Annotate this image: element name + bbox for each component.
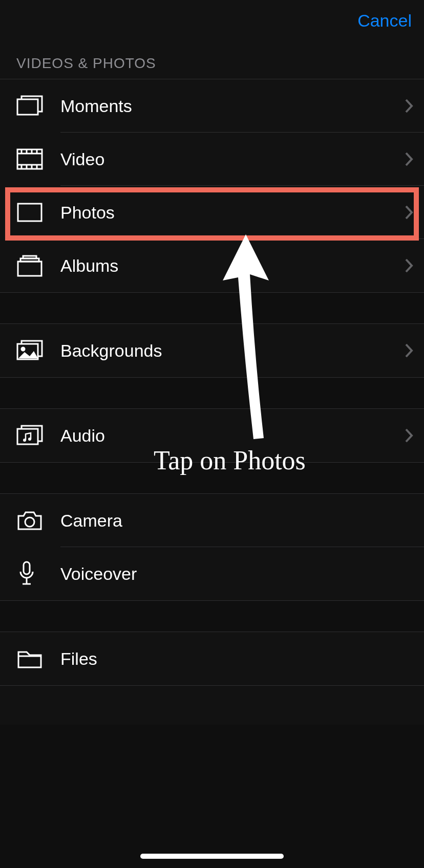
svg-rect-12	[18, 204, 41, 221]
cancel-button[interactable]: Cancel	[357, 11, 412, 31]
svg-rect-18	[17, 429, 38, 444]
camera-icon	[16, 510, 60, 531]
moments-icon	[16, 94, 60, 118]
row-audio[interactable]: Audio	[0, 409, 424, 462]
svg-point-20	[28, 438, 31, 441]
backgrounds-icon	[16, 339, 60, 362]
row-label: Albums	[60, 256, 405, 276]
svg-rect-22	[24, 562, 30, 574]
video-icon	[16, 148, 60, 170]
row-voiceover[interactable]: Voiceover	[0, 547, 424, 600]
audio-icon	[16, 424, 60, 447]
chevron-right-icon	[405, 151, 414, 167]
row-label: Backgrounds	[60, 341, 405, 361]
row-video[interactable]: Video	[0, 133, 424, 186]
section-gap	[0, 462, 424, 494]
chevron-right-icon	[405, 343, 414, 358]
row-label: Voiceover	[60, 564, 414, 584]
row-label: Video	[60, 149, 405, 169]
top-bar: Cancel	[0, 0, 424, 41]
row-label: Audio	[60, 426, 405, 446]
row-label: Moments	[60, 96, 405, 116]
section-header: Videos & Photos	[0, 41, 424, 79]
voiceover-icon	[16, 560, 60, 587]
row-camera[interactable]: Camera	[0, 494, 424, 547]
svg-point-17	[22, 348, 25, 351]
row-moments[interactable]: Moments	[0, 79, 424, 133]
svg-rect-13	[18, 262, 41, 276]
row-label: Camera	[60, 511, 414, 531]
svg-rect-0	[17, 99, 38, 115]
photos-icon	[16, 202, 60, 223]
home-indicator[interactable]	[140, 854, 284, 859]
media-picker-screen: Cancel Videos & Photos Moments Vide	[0, 0, 424, 868]
row-label: Photos	[60, 203, 405, 223]
section-gap	[0, 292, 424, 324]
chevron-right-icon	[405, 428, 414, 443]
albums-icon	[16, 254, 60, 277]
chevron-right-icon	[405, 98, 414, 114]
row-label: Files	[60, 649, 414, 669]
row-albums[interactable]: Albums	[0, 239, 424, 292]
section-gap	[0, 377, 424, 409]
section-gap	[0, 600, 424, 632]
svg-point-21	[25, 517, 34, 527]
row-photos[interactable]: Photos	[0, 186, 424, 239]
chevron-right-icon	[405, 258, 414, 273]
row-files[interactable]: Files	[0, 632, 424, 685]
chevron-right-icon	[405, 205, 414, 220]
files-icon	[16, 648, 60, 669]
svg-rect-15	[23, 256, 36, 258]
row-backgrounds[interactable]: Backgrounds	[0, 324, 424, 377]
svg-point-19	[23, 439, 26, 442]
